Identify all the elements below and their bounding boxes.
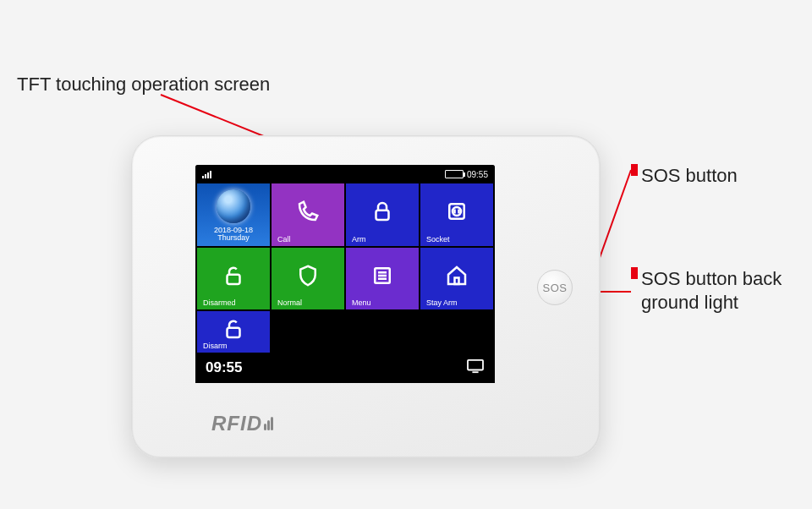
home-icon (426, 253, 487, 299)
tile-label: Stay Arm (426, 298, 487, 307)
tile-label: Menu (352, 298, 413, 307)
monitor-icon[interactable] (466, 358, 485, 378)
socket-icon (426, 189, 487, 235)
tile-label: Socket (426, 235, 487, 244)
tile-label: Normal (277, 298, 338, 307)
tile-grid: 2018-09-18 Thursday Call Arm (195, 183, 495, 353)
tile-disarm[interactable]: Disarm (197, 311, 270, 353)
svg-rect-12 (228, 275, 240, 284)
bottom-time: 09:55 (206, 359, 242, 376)
tile-label: Disarmed (203, 298, 264, 307)
status-time: 09:55 (467, 170, 488, 179)
bottom-bar: 09:55 (195, 353, 495, 383)
svg-rect-18 (228, 328, 240, 337)
annotation-tft-screen: TFT touching operation screen (17, 73, 270, 96)
alarm-panel-device: 09:55 2018-09-18 Thursday Call (131, 135, 601, 458)
sos-button[interactable]: SOS (537, 270, 573, 305)
tile-hero-datetime[interactable]: 2018-09-18 Thursday (197, 183, 270, 246)
svg-rect-19 (468, 359, 483, 369)
tile-stay-arm[interactable]: Stay Arm (420, 248, 493, 310)
tile-normal[interactable]: Normal (272, 248, 344, 310)
annotation-sos-button: SOS button (641, 164, 738, 188)
phone-icon (277, 189, 338, 235)
battery-icon (445, 170, 464, 178)
lock-open-icon (203, 253, 264, 299)
lock-open-icon (203, 316, 264, 342)
tile-disarmed[interactable]: Disarmed (197, 248, 270, 310)
tile-arm[interactable]: Arm (346, 183, 419, 246)
status-bar: 09:55 (195, 165, 495, 183)
bullet-2 (631, 267, 638, 279)
tile-label: Arm (352, 235, 413, 244)
hero-weekday: Thursday (214, 234, 253, 242)
globe-icon (217, 189, 250, 223)
shield-icon (277, 253, 338, 299)
tile-call[interactable]: Call (272, 183, 344, 246)
brand-text: RFID (211, 412, 262, 435)
rfid-brand: RFID (211, 412, 273, 435)
menu-list-icon (352, 253, 413, 299)
tile-label: Call (277, 235, 338, 244)
annotation-sos-light: SOS button back ground light (641, 267, 802, 314)
svg-rect-7 (376, 211, 389, 220)
lock-closed-icon (352, 189, 413, 235)
tile-menu[interactable]: Menu (346, 248, 419, 310)
rfid-waves-icon (264, 417, 273, 430)
svg-rect-17 (455, 277, 459, 284)
signal-icon (202, 170, 211, 178)
bullet-1 (631, 164, 638, 176)
tile-socket[interactable]: Socket (420, 183, 493, 246)
tile-label: Disarm (203, 342, 264, 350)
sos-button-text: SOS (543, 282, 568, 294)
touchscreen[interactable]: 09:55 2018-09-18 Thursday Call (195, 165, 495, 383)
